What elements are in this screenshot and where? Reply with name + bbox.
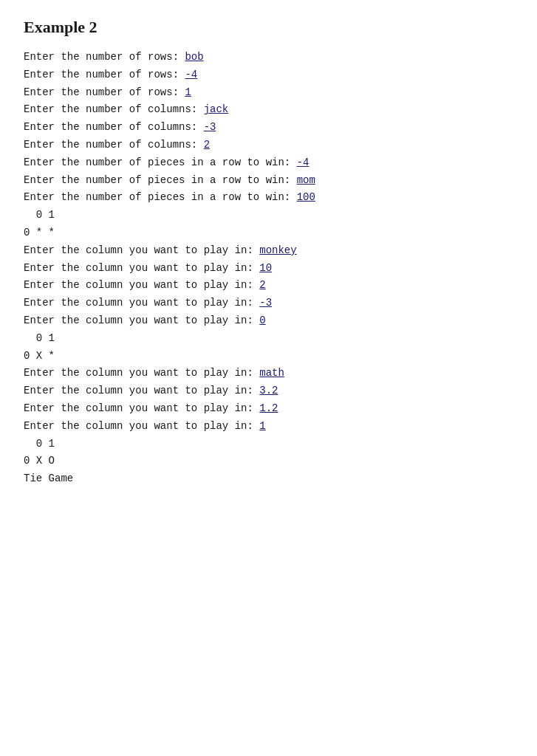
user-input-value: monkey [259,244,296,256]
line-item: 0 * * [24,224,513,242]
line-item: Enter the number of rows: 1 [24,84,513,102]
line-item: Enter the number of columns: jack [24,101,513,119]
user-input-value: -4 [185,69,197,80]
line-item: Enter the column you want to play in: 1.… [24,400,513,418]
user-input-value: 2 [259,279,265,291]
line-item: Enter the column you want to play in: 10 [24,260,513,278]
line-item: Enter the number of pieces in a row to w… [24,154,513,172]
line-item: Enter the number of pieces in a row to w… [24,172,513,190]
user-input-value: 1 [259,420,265,432]
user-input-value: 1.2 [259,402,278,414]
line-item: Enter the column you want to play in: 1 [24,418,513,436]
page-title: Example 2 [24,18,513,37]
user-input-value: -3 [259,297,272,309]
user-input-value: 1 [185,86,191,98]
user-input-value: -3 [204,121,216,133]
user-input-value: 10 [259,262,272,274]
user-input-value: math [259,367,284,379]
user-input-value: -4 [297,157,309,168]
line-item: Enter the number of rows: -4 [24,66,513,84]
line-item: Enter the number of columns: -3 [24,119,513,137]
line-item: Enter the column you want to play in: ma… [24,365,513,382]
line-item: 0 1 [24,207,513,224]
content-area: Enter the number of rows: bobEnter the n… [24,49,513,488]
line-item: 0 1 [24,436,513,453]
line-item: Enter the column you want to play in: mo… [24,242,513,260]
line-item: Enter the number of rows: bob [24,49,513,66]
line-item: Enter the column you want to play in: 0 [24,312,513,330]
line-item: Enter the column you want to play in: 3.… [24,382,513,400]
line-item: 0 1 [24,330,513,348]
user-input-value: 100 [297,191,315,203]
line-item: Enter the column you want to play in: -3 [24,295,513,312]
line-item: Enter the number of pieces in a row to w… [24,189,513,207]
user-input-value: 0 [259,315,265,326]
line-item: Enter the column you want to play in: 2 [24,277,513,295]
user-input-value: jack [204,103,229,115]
line-item: Tie Game [24,470,513,488]
line-item: 0 X * [24,348,513,365]
user-input-value: 3.2 [259,385,278,396]
user-input-value: 2 [204,139,210,151]
user-input-value: bob [185,51,203,63]
line-item: Enter the number of columns: 2 [24,137,513,154]
user-input-value: mom [297,174,315,186]
line-item: 0 X O [24,453,513,470]
